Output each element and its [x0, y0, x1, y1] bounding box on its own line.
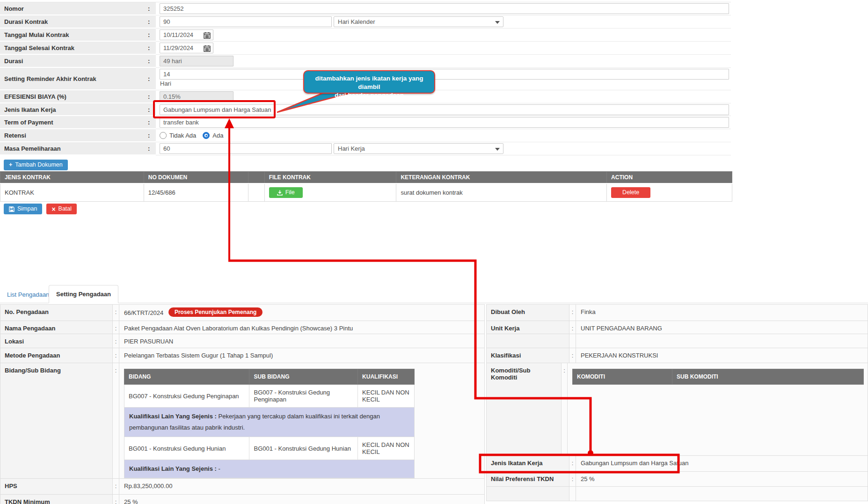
save-icon: [9, 205, 15, 212]
row-hps: HPS Rp.83,250,000.00: [0, 479, 484, 495]
colon: [113, 348, 119, 363]
col-sub-bidang: SUB BIDANG: [249, 369, 358, 385]
retensi-label: Retensi: [0, 129, 148, 142]
no-pengadaan-label: No. Pengadaan: [0, 305, 113, 321]
tambah-dokumen-button[interactable]: + Tambah Dokumen: [4, 160, 68, 170]
col-komoditi: KOMODITI: [573, 369, 672, 385]
colon: [569, 472, 576, 486]
pengadaan-detail-left: No. Pengadaan 66/KTRT/2024 Proses Penunj…: [0, 304, 485, 504]
klasifikasi-label: Klasifikasi: [487, 348, 569, 363]
colon: [148, 103, 156, 116]
term-of-payment-label: Term of Payment: [0, 116, 148, 129]
row-empty: [487, 487, 868, 501]
komoditi-table: KOMODITI SUB KOMODITI: [572, 369, 864, 385]
term-of-payment-input[interactable]: [160, 117, 729, 128]
row-nilai-preferensi-tkdn: Nilai Preferensi TKDN 25 %: [487, 472, 868, 487]
form-row-efesiensi: EFESIENSI BIAYA (%): [0, 90, 731, 103]
row-tkdn-minimum: TKDN Minimum 25 %: [0, 495, 484, 504]
tanggal-selesai-label: Tanggal Selesai Kontrak: [0, 42, 148, 55]
empty-label: [487, 334, 569, 348]
contract-form: Nomor Durasi Kontrak Hari Kalender Tangg…: [0, 2, 731, 155]
colon: [148, 55, 156, 68]
col-spacer: [248, 172, 264, 184]
lokasi-label: Lokasi: [0, 334, 113, 348]
col-action: ACTION: [607, 172, 732, 184]
efesiensi-readonly-input: [160, 91, 233, 102]
cancel-icon: ×: [51, 206, 55, 212]
nilai-preferensi-tkdn-value: 25 %: [576, 472, 868, 486]
colon: [148, 90, 156, 103]
bidang-header-row: BIDANG SUB BIDANG KUALIFIKASI: [124, 369, 415, 385]
doc-file-cell: File: [264, 183, 396, 202]
tab-setting-pengadaan[interactable]: Setting Pengadaan: [49, 285, 118, 303]
unit-kerja-label: Unit Kerja: [487, 321, 569, 334]
row-jenis-ikatan-kerja: Jenis Ikatan Kerja Gabungan Lumpsum dan …: [487, 456, 868, 472]
colon: [569, 334, 576, 348]
calendar-icon[interactable]: [204, 31, 211, 38]
hps-value: Rp.83,250,000.00: [119, 479, 484, 494]
tambah-dokumen-label: Tambah Dokumen: [15, 161, 62, 168]
bidang-note-row: Kualifikasi Lain Yang Sejenis : -: [124, 460, 415, 478]
row-nama-pengadaan: Nama Pengadaan Paket Pengadaan Alat Oven…: [0, 321, 484, 334]
form-row-nomor: Nomor: [0, 2, 731, 15]
tab-list-pengadaan[interactable]: List Pengadaan: [0, 286, 56, 303]
row-klasifikasi: Klasifikasi PEKERJAAN KONSTRUKSI: [487, 348, 868, 363]
row-unit-kerja: Unit Kerja UNIT PENGADAAN BARANG: [487, 321, 868, 334]
lokasi-value: PIER PASURUAN: [119, 334, 484, 348]
colon: [148, 142, 156, 155]
jenis-ikatan-label: Jenis Ikatan Kerja: [0, 103, 148, 116]
dibuat-oleh-value: Finka: [576, 305, 868, 321]
col-keterangan-kontrak: KETERANGAN KONTRAK: [396, 172, 607, 184]
colon: [113, 363, 119, 478]
hps-label: HPS: [0, 479, 113, 494]
row-metode-pengadaan: Metode Pengadaan Pelelangan Terbatas Sis…: [0, 348, 484, 363]
doc-jenis-cell: KONTRAK: [0, 183, 144, 202]
colon: [148, 29, 156, 42]
contract-setting-page: Nomor Durasi Kontrak Hari Kalender Tangg…: [0, 0, 868, 504]
document-table-header-row: JENIS KONTRAK NO DOKUMEN FILE KONTRAK KE…: [0, 172, 732, 184]
form-row-durasi: Durasi: [0, 55, 731, 68]
retensi-tidak-ada-radio[interactable]: [160, 132, 167, 139]
row-lokasi: Lokasi PIER PASURUAN: [0, 334, 484, 348]
bidang-row: BG001 - Konstruksi Gedung Hunian BG001 -…: [124, 437, 415, 460]
batal-button[interactable]: × Batal: [46, 204, 77, 214]
reminder-input[interactable]: [160, 69, 729, 80]
metode-pengadaan-label: Metode Pengadaan: [0, 348, 113, 363]
simpan-button[interactable]: Simpan: [4, 204, 42, 214]
jenis-ikatan-input[interactable]: [160, 104, 729, 115]
sub-bidang-cell: BG007 - Konstruksi Gedung Penginapan: [249, 385, 358, 408]
delete-button[interactable]: Delete: [611, 187, 650, 198]
colon: [562, 363, 568, 455]
colon: [113, 321, 119, 334]
masa-pemeliharaan-input[interactable]: [160, 143, 332, 154]
kualifikasi-note-label: Kualifikasi Lain Yang Sejenis :: [129, 413, 217, 420]
jenis-ikatan-kerja-label: Jenis Ikatan Kerja: [487, 456, 569, 471]
doc-keterangan-cell: surat dokumen kontrak: [396, 183, 607, 202]
kualifikasi-note-cell: Kualifikasi Lain Yang Sejenis : -: [124, 460, 415, 478]
colon: [113, 334, 119, 348]
empty-value: [576, 487, 868, 501]
download-icon: [277, 189, 283, 196]
masa-pemeliharaan-unit-select[interactable]: Hari Kerja: [334, 143, 503, 154]
colon: [113, 479, 119, 494]
bidang-label: Bidang/Sub Bidang: [0, 363, 113, 478]
form-action-buttons: Simpan × Batal: [4, 204, 77, 214]
nomor-input[interactable]: [160, 3, 729, 14]
file-download-button[interactable]: File: [269, 187, 303, 198]
reminder-label: Setting Reminder Akhir Kontrak: [0, 68, 148, 90]
tab-bar: List Pengadaan Setting Pengadaan: [0, 284, 868, 303]
klasifikasi-value: PEKERJAAN KONSTRUKSI: [576, 348, 868, 363]
calendar-icon[interactable]: [204, 44, 211, 51]
doc-action-cell: Delete: [607, 183, 732, 202]
retensi-ada-radio[interactable]: [203, 132, 210, 139]
doc-spacer-cell: [248, 183, 264, 202]
nama-pengadaan-label: Nama Pengadaan: [0, 321, 113, 334]
colon: [148, 15, 156, 29]
colon: [148, 2, 156, 15]
durasi-kontrak-input[interactable]: [160, 16, 332, 27]
form-row-tanggal-mulai: Tanggal Mulai Kontrak: [0, 29, 731, 42]
durasi-kontrak-unit-select[interactable]: Hari Kalender: [334, 16, 503, 27]
col-jenis-kontrak: JENIS KONTRAK: [0, 172, 144, 184]
colon: [148, 116, 156, 129]
tanggal-mulai-label: Tanggal Mulai Kontrak: [0, 29, 148, 42]
